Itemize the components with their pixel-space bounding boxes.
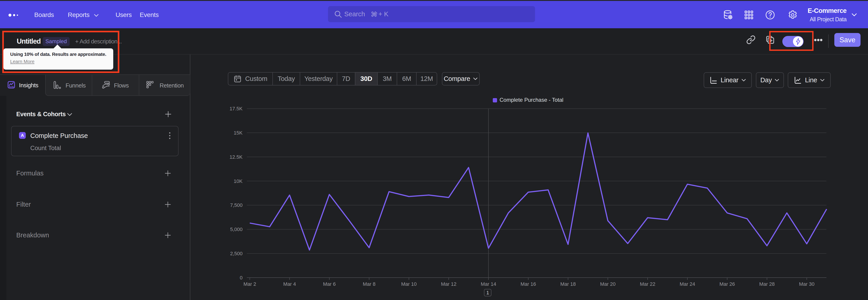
- svg-text:5,000: 5,000: [230, 227, 243, 232]
- svg-text:Mar 12: Mar 12: [441, 281, 456, 287]
- svg-text:Mar 8: Mar 8: [363, 281, 375, 287]
- svg-text:Mar 30: Mar 30: [799, 281, 814, 287]
- svg-text:Mar 20: Mar 20: [600, 281, 616, 287]
- svg-text:Mar 6: Mar 6: [323, 281, 336, 287]
- svg-text:15K: 15K: [234, 130, 243, 136]
- svg-text:0: 0: [240, 275, 243, 280]
- svg-text:Mar 26: Mar 26: [719, 281, 735, 287]
- svg-text:Mar 16: Mar 16: [521, 281, 536, 287]
- svg-text:Mar 10: Mar 10: [401, 281, 416, 287]
- svg-text:Mar 14: Mar 14: [481, 281, 496, 287]
- svg-text:1: 1: [486, 290, 489, 296]
- svg-text:Mar 22: Mar 22: [640, 281, 655, 287]
- svg-text:Mar 18: Mar 18: [560, 281, 576, 287]
- svg-text:12.5K: 12.5K: [230, 154, 243, 160]
- svg-text:Complete Purchase - Total: Complete Purchase - Total: [500, 97, 563, 103]
- svg-text:Mar 28: Mar 28: [759, 281, 775, 287]
- svg-text:Mar 24: Mar 24: [680, 281, 695, 287]
- svg-text:Mar 2: Mar 2: [243, 281, 256, 287]
- svg-text:10K: 10K: [234, 178, 243, 184]
- svg-text:17.5K: 17.5K: [230, 106, 243, 112]
- svg-text:Mar 4: Mar 4: [283, 281, 296, 287]
- svg-text:2,500: 2,500: [230, 251, 243, 257]
- svg-text:7,500: 7,500: [230, 202, 243, 208]
